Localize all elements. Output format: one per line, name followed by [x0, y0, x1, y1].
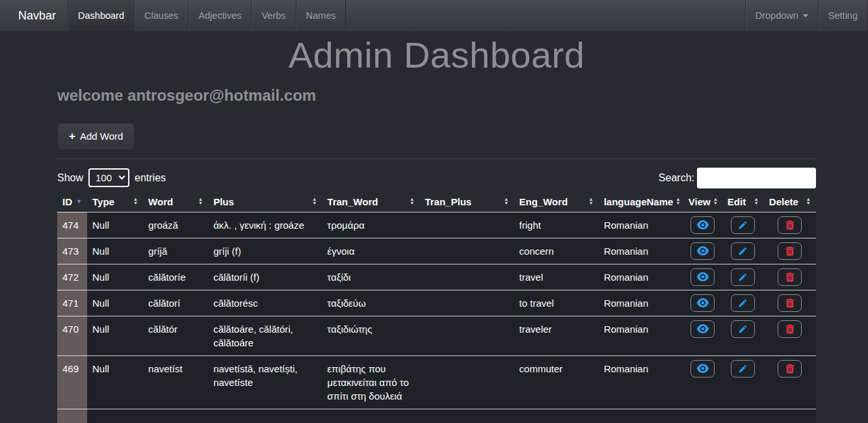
- cell-word: călătór: [143, 316, 208, 355]
- column-header-word[interactable]: Word ▲▼: [143, 192, 208, 212]
- table-header-row: ID ▼ Type ▲▼ Word ▲▼ Plus ▲▼ Tran_Word: [57, 192, 816, 212]
- nav-item-dashboard[interactable]: Dashboard: [68, 0, 134, 31]
- delete-button-cell: [764, 264, 816, 290]
- search-control: Search:: [659, 168, 816, 188]
- delete-button[interactable]: [778, 216, 802, 234]
- view-button[interactable]: [690, 320, 715, 338]
- cell-word: călătoríe: [143, 264, 208, 290]
- nav-item-setting[interactable]: Setting: [818, 0, 868, 31]
- row-id: 469: [57, 355, 87, 409]
- cell-empty: [683, 409, 722, 423]
- eye-icon: [696, 246, 709, 256]
- cell-tran-word: ταξιδεύω: [322, 290, 419, 316]
- edit-button[interactable]: [731, 294, 755, 312]
- cell-tran-word: έγνοια: [322, 238, 419, 264]
- edit-button-cell: [722, 238, 764, 264]
- eye-icon: [696, 298, 709, 308]
- cell-empty: [87, 409, 143, 423]
- page-length-select[interactable]: 100: [88, 168, 129, 187]
- trash-icon: [785, 246, 795, 256]
- column-header-type[interactable]: Type ▲▼: [87, 192, 143, 212]
- view-button[interactable]: [690, 294, 715, 312]
- delete-button-cell: [764, 316, 816, 355]
- nav-item-dropdown[interactable]: Dropdown: [745, 0, 818, 31]
- cell-type: Null: [87, 316, 143, 355]
- cell-plus: άκλ. , γενική : groáze: [208, 212, 322, 238]
- cell-plus: călătorésc: [208, 290, 322, 316]
- nav-item-clauses[interactable]: Clauses: [134, 0, 188, 31]
- edit-button-cell: [722, 290, 764, 316]
- pencil-icon: [738, 220, 748, 230]
- row-id: [57, 409, 87, 423]
- view-button-cell: [683, 355, 722, 409]
- view-button[interactable]: [690, 268, 715, 286]
- table-row: 474Nullgroázăάκλ. , γενική : groázeτρομά…: [57, 212, 816, 238]
- eye-icon: [696, 272, 709, 282]
- search-input[interactable]: [697, 168, 816, 188]
- entries-label: entries: [135, 172, 166, 184]
- add-word-button[interactable]: + Add Word: [57, 123, 135, 150]
- sort-arrows-icon: ▲▼: [754, 198, 758, 206]
- nav-item-adjectives[interactable]: Adjectives: [188, 0, 251, 31]
- column-header-view[interactable]: View ▲▼: [683, 192, 722, 212]
- edit-button[interactable]: [731, 360, 755, 378]
- nav-item-verbs[interactable]: Verbs: [251, 0, 295, 31]
- sort-arrows-icon: ▲▼: [676, 198, 680, 206]
- delete-button[interactable]: [778, 360, 802, 378]
- cell-empty: [322, 409, 419, 423]
- cell-eng-word: concern: [514, 238, 599, 264]
- delete-button[interactable]: [778, 294, 802, 312]
- row-id: 471: [57, 290, 87, 316]
- edit-button[interactable]: [731, 320, 755, 338]
- sort-arrows-icon: ▲▼: [133, 198, 138, 206]
- page-length-select-wrap: 100: [88, 168, 129, 187]
- view-button[interactable]: [690, 216, 715, 234]
- page-length-control: Show 100 entries: [57, 168, 166, 187]
- delete-button-cell: [764, 238, 816, 264]
- edit-button[interactable]: [731, 268, 755, 286]
- cell-type: Null: [87, 355, 143, 409]
- cell-language-name: Romanian: [599, 264, 683, 290]
- cell-language-name: Romanian: [599, 316, 683, 355]
- cell-tran-plus: [419, 264, 514, 290]
- cell-eng-word: travel: [514, 264, 599, 290]
- navbar: Navbar Dashboard Clauses Adjectives Verb…: [0, 0, 868, 31]
- trash-icon: [785, 298, 795, 308]
- pencil-icon: [738, 364, 748, 374]
- welcome-message: welcome antrosgeor@hotmail.com: [57, 86, 816, 105]
- table-row-partial: [57, 409, 816, 423]
- edit-button[interactable]: [731, 242, 755, 260]
- view-button-cell: [683, 212, 722, 238]
- edit-button-cell: [722, 264, 764, 290]
- column-header-edit[interactable]: Edit ▲▼: [722, 192, 764, 212]
- column-header-delete[interactable]: Delete ▲▼: [764, 192, 816, 212]
- delete-button[interactable]: [778, 268, 802, 286]
- column-header-plus[interactable]: Plus ▲▼: [208, 192, 322, 212]
- trash-icon: [785, 220, 795, 230]
- delete-button-cell: [764, 290, 816, 316]
- column-header-eng-word[interactable]: Eng_Word ▲▼: [514, 192, 599, 212]
- column-header-id[interactable]: ID ▼: [57, 192, 87, 212]
- sort-arrows-icon: ▲▼: [806, 198, 811, 206]
- row-id: 472: [57, 264, 87, 290]
- cell-empty: [419, 409, 514, 423]
- column-header-language-name[interactable]: languageName ▲▼: [599, 192, 683, 212]
- view-button[interactable]: [690, 360, 715, 378]
- cell-tran-word: επιβάτης που μετακινείται από το σπίτι σ…: [322, 355, 419, 409]
- navbar-brand[interactable]: Navbar: [0, 0, 68, 31]
- delete-button[interactable]: [778, 242, 802, 260]
- nav-item-names[interactable]: Names: [296, 0, 347, 31]
- table-row: 472Nullcălătoríecălătoríi (f)ταξίδιtrave…: [57, 264, 816, 290]
- cell-empty: [722, 409, 764, 423]
- edit-button[interactable]: [731, 216, 755, 234]
- delete-button[interactable]: [778, 320, 802, 338]
- column-header-tran-plus[interactable]: Tran_Plus ▲▼: [419, 192, 514, 212]
- table-controls: Show 100 entries Search:: [57, 168, 816, 188]
- view-button[interactable]: [690, 242, 715, 260]
- table-row: 471Nullcălătorícălătoréscταξιδεύωto trav…: [57, 290, 816, 316]
- eye-icon: [696, 220, 709, 230]
- caret-down-icon: [803, 14, 808, 18]
- cell-tran-plus: [419, 238, 514, 264]
- column-header-tran-word[interactable]: Tran_Word ▲▼: [322, 192, 419, 212]
- table-row: 473Nullgríjăgríji (f)έγνοιαconcernRomani…: [57, 238, 816, 264]
